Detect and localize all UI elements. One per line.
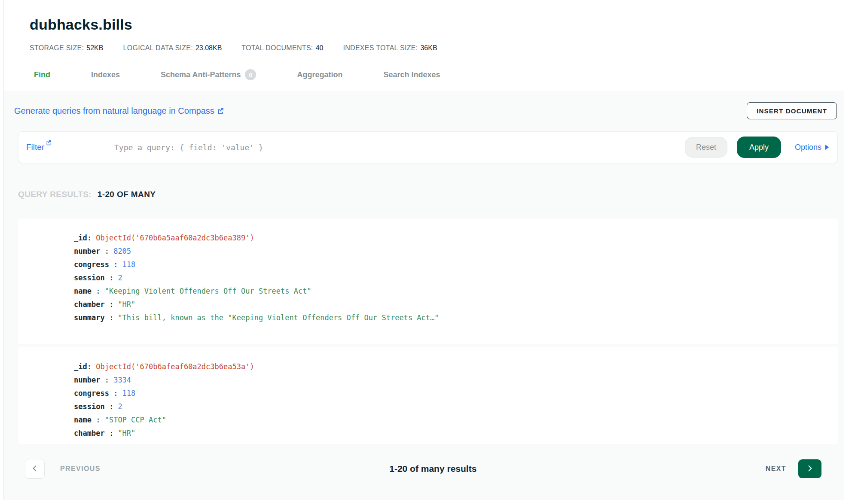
- external-link-icon: [217, 107, 224, 115]
- stat-label: STORAGE SIZE:: [30, 44, 84, 52]
- document-field: _id: ObjectId('670b6afeaf60a2dc3b6ea53a'…: [74, 360, 829, 373]
- document-field: chamber : "HR": [74, 427, 829, 440]
- next-page-button[interactable]: [798, 459, 821, 478]
- next-page-label[interactable]: NEXT: [766, 465, 786, 473]
- filter-actions: Reset Apply Options: [685, 137, 829, 158]
- document-card: _id: ObjectId('670b6afeaf60a2dc3b6ea53a'…: [18, 347, 838, 444]
- generate-queries-link[interactable]: Generate queries from natural language i…: [14, 106, 224, 116]
- tab-find[interactable]: Find: [34, 69, 50, 80]
- filter-bar: Filter Reset Apply Options: [18, 131, 838, 163]
- document-field: name : "STOP CCP Act": [74, 413, 829, 427]
- pagination-summary: 1-20 of many results: [101, 464, 766, 474]
- document-field: session : 2: [74, 400, 829, 413]
- filter-link-label: Filter: [26, 143, 44, 152]
- query-results-label: QUERY RESULTS:: [18, 190, 92, 199]
- chevron-right-icon: [806, 465, 814, 474]
- find-toolbar: Generate queries from natural language i…: [14, 102, 837, 119]
- previous-page-button[interactable]: [25, 459, 45, 479]
- collection-tabs: Find Indexes Schema Anti-Patterns 0 Aggr…: [30, 69, 844, 80]
- document-card: _id: ObjectId('670b6a5aaf60a2dc3b6ea389'…: [18, 219, 838, 344]
- tab-label: Aggregation: [297, 70, 342, 79]
- tab-label: Indexes: [91, 70, 120, 79]
- collection-panel: dubhacks.bills STORAGE SIZE:52KB LOGICAL…: [3, 0, 844, 500]
- query-results-count: 1-20 OF MANY: [98, 190, 156, 199]
- reset-button[interactable]: Reset: [685, 137, 727, 158]
- stat-storage-size: STORAGE SIZE:52KB: [30, 44, 103, 52]
- stat-total-documents: TOTAL DOCUMENTS:40: [241, 44, 323, 52]
- document-field: number : 3334: [74, 373, 829, 387]
- stat-value: 40: [316, 44, 324, 52]
- tab-label: Find: [34, 70, 50, 79]
- stat-indexes-total-size: INDEXES TOTAL SIZE:36KB: [343, 44, 437, 52]
- document-field: congress : 118: [74, 387, 829, 400]
- filter-link[interactable]: Filter: [26, 143, 114, 152]
- caret-right-icon: [825, 145, 829, 150]
- document-field: session : 2: [74, 271, 829, 285]
- document-field: name : "Keeping Violent Offenders Off Ou…: [74, 285, 829, 298]
- stat-value: 36KB: [420, 44, 437, 52]
- chevron-left-icon: [31, 465, 39, 474]
- tab-label: Search Indexes: [383, 70, 440, 79]
- tab-indexes[interactable]: Indexes: [91, 69, 120, 80]
- document-field: _id: ObjectId('670b6a5aaf60a2dc3b6ea389'…: [74, 231, 829, 245]
- document-field: chamber : "HR": [74, 298, 829, 311]
- tab-search-indexes[interactable]: Search Indexes: [383, 69, 440, 80]
- stat-label: TOTAL DOCUMENTS:: [241, 44, 313, 52]
- query-input[interactable]: [114, 143, 685, 152]
- stat-label: LOGICAL DATA SIZE:: [123, 44, 192, 52]
- stat-logical-data-size: LOGICAL DATA SIZE:23.08KB: [123, 44, 222, 52]
- previous-page-label[interactable]: PREVIOUS: [60, 465, 101, 473]
- generate-queries-link-label: Generate queries from natural language i…: [14, 106, 214, 116]
- collection-header: dubhacks.bills STORAGE SIZE:52KB LOGICAL…: [4, 0, 844, 91]
- insert-document-button[interactable]: INSERT DOCUMENT: [747, 102, 837, 119]
- tab-label: Schema Anti-Patterns: [161, 70, 241, 79]
- page-title: dubhacks.bills: [30, 16, 844, 33]
- options-toggle[interactable]: Options: [795, 143, 829, 152]
- collection-stats: STORAGE SIZE:52KB LOGICAL DATA SIZE:23.0…: [30, 44, 844, 52]
- query-results-heading: QUERY RESULTS: 1-20 OF MANY: [18, 190, 844, 199]
- schema-anti-patterns-count-badge: 0: [245, 69, 256, 80]
- options-toggle-label: Options: [795, 143, 821, 152]
- tab-schema-anti-patterns[interactable]: Schema Anti-Patterns 0: [161, 69, 256, 80]
- tab-aggregation[interactable]: Aggregation: [297, 69, 342, 80]
- pagination-bar: PREVIOUS 1-20 of many results NEXT: [25, 459, 821, 479]
- external-link-icon: [46, 140, 52, 146]
- document-field: summary : "This bill, known as the "Keep…: [74, 311, 829, 325]
- stat-label: INDEXES TOTAL SIZE:: [343, 44, 418, 52]
- stat-value: 52KB: [86, 44, 103, 52]
- apply-button[interactable]: Apply: [737, 137, 781, 158]
- document-field: number : 8205: [74, 245, 829, 258]
- document-field: congress : 118: [74, 258, 829, 271]
- stat-value: 23.08KB: [195, 44, 222, 52]
